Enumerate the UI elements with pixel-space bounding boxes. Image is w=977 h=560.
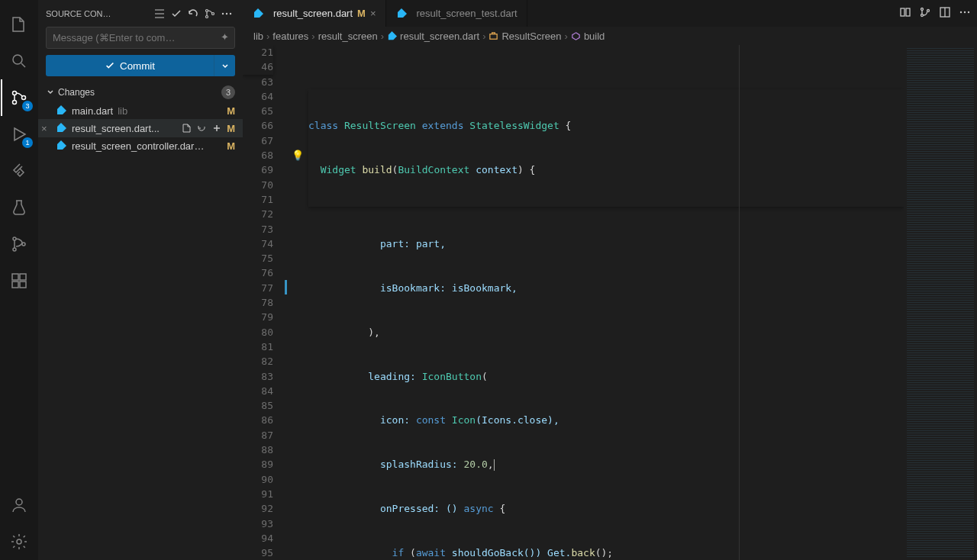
changes-label: Changes [58,87,221,98]
svg-rect-8 [12,282,18,288]
svg-point-26 [964,11,966,13]
svg-point-4 [13,237,16,240]
modified-badge: M [227,123,235,134]
branch-icon[interactable] [919,6,931,21]
class-icon [488,31,498,41]
sidebar-title: SOURCE CON… [46,9,151,18]
check-icon[interactable] [168,5,185,22]
dart-file-icon [252,8,264,20]
svg-point-13 [206,9,208,11]
svg-point-3 [22,96,26,100]
extensions-icon[interactable] [1,262,37,299]
editor-area: result_screen.dart M × result_screen_tes… [243,0,977,560]
method-icon [571,31,581,41]
close-icon[interactable]: × [41,123,55,134]
sparkle-icon[interactable]: ✦ [221,31,229,43]
commit-message-input[interactable] [46,27,235,49]
code-content[interactable]: class ResultScreen extends StatelessWidg… [308,45,904,560]
svg-point-11 [16,499,22,505]
changes-section-header[interactable]: Changes 3 [38,82,243,102]
changes-count: 3 [221,85,235,99]
svg-point-23 [927,10,930,12]
sidebar-header: SOURCE CON… [38,0,243,27]
svg-point-1 [13,92,17,95]
code-editor[interactable]: 21 46 63 64 65 66 67 68 69 70 71 72 73 7… [243,45,977,560]
account-icon[interactable] [1,487,37,523]
modified-badge: M [227,140,235,152]
commit-dropdown-button[interactable] [214,55,235,76]
editor-tabs: result_screen.dart M × result_screen_tes… [243,0,977,27]
tab-actions [893,0,977,27]
tab-result-screen-test[interactable]: result_screen_test.dart [386,0,527,27]
lightbulb-icon[interactable]: 💡 [292,148,304,163]
debug-badge: 1 [22,137,33,148]
tab-result-screen[interactable]: result_screen.dart M × [243,0,386,27]
svg-point-17 [226,12,227,14]
changed-file-row[interactable]: result_screen_controller.dar… M [38,137,243,154]
discard-icon[interactable] [195,121,208,135]
modified-line-indicator [285,280,287,294]
search-icon[interactable] [1,43,37,79]
explorer-icon[interactable] [1,6,37,43]
stage-icon[interactable] [210,121,224,135]
breadcrumb[interactable]: lib› features› result_screen› result_scr… [243,27,977,45]
changed-file-row[interactable]: main.dart lib M [38,102,243,119]
svg-point-25 [960,11,962,13]
modified-indicator: M [357,8,366,19]
changed-file-row[interactable]: × result_screen.dart... M [38,119,243,137]
dart-file-icon [387,31,397,41]
commit-button[interactable]: Commit [46,55,214,76]
view-tree-icon[interactable] [151,5,168,22]
dart-file-icon [55,140,67,152]
svg-rect-9 [20,282,26,288]
svg-point-5 [13,248,16,251]
sidebar: SOURCE CON… ✦ Commit Changes 3 [38,0,243,560]
svg-point-12 [17,539,21,544]
commit-graph-icon[interactable] [202,5,218,22]
source-control-icon[interactable]: 3 [1,79,37,116]
refresh-icon[interactable] [185,5,202,22]
svg-rect-20 [906,8,910,16]
svg-point-27 [968,11,969,13]
dart-file-icon [55,122,67,134]
gutter-decorations: 💡 [287,45,308,560]
editor-ruler [739,45,740,560]
minimap[interactable] [904,45,977,560]
commit-button-label: Commit [120,60,155,72]
testing-icon[interactable] [1,189,37,226]
modified-badge: M [227,105,235,117]
svg-point-0 [13,55,22,64]
tab-label: result_screen.dart [273,8,353,19]
tab-label: result_screen_test.dart [417,8,518,19]
svg-rect-7 [12,274,18,280]
split-editor-icon[interactable] [939,6,951,21]
svg-rect-10 [20,274,26,280]
svg-point-22 [921,14,924,17]
dart-file-icon [55,105,67,117]
svg-point-14 [206,15,208,18]
git-graph-icon[interactable] [1,226,37,262]
svg-point-2 [13,101,17,105]
svg-point-16 [222,12,224,14]
more-icon[interactable] [218,5,235,22]
settings-gear-icon[interactable] [1,523,37,560]
chevron-down-icon [46,87,55,98]
svg-point-21 [921,8,924,11]
activity-bar: 3 1 [0,0,38,560]
run-debug-icon[interactable]: 1 [1,116,37,153]
close-icon[interactable]: × [370,8,376,19]
compare-changes-icon[interactable] [899,6,911,21]
svg-rect-28 [490,34,497,39]
svg-rect-19 [901,8,904,16]
open-file-icon[interactable] [179,121,193,135]
dart-file-icon [395,8,408,20]
svg-point-18 [230,12,231,14]
scm-badge: 3 [22,101,33,111]
line-gutter: 21 46 63 64 65 66 67 68 69 70 71 72 73 7… [243,45,287,560]
flutter-icon[interactable] [1,153,37,189]
more-icon[interactable] [959,6,971,21]
